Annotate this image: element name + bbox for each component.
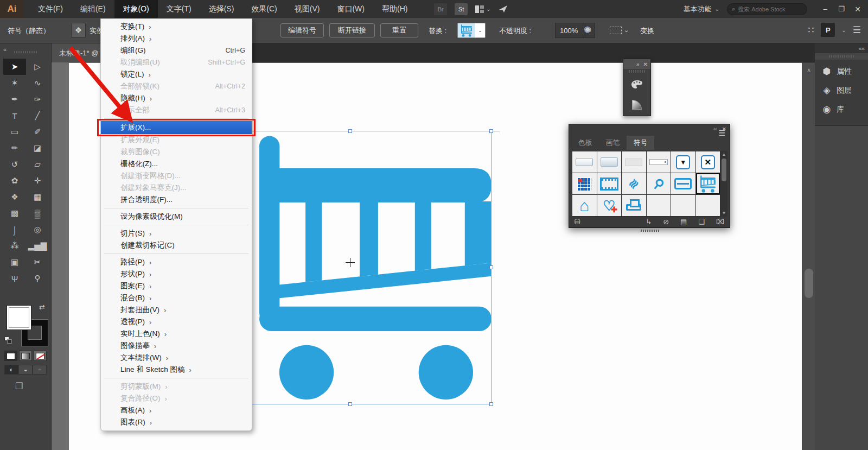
canvas-vertical-scrollbar[interactable]: ∧	[802, 62, 815, 450]
menu-item[interactable]: 设为像素级优化(M)	[101, 211, 252, 223]
menu-item[interactable]: 编组(G) Ctrl+G	[101, 45, 252, 56]
stock-icon[interactable]: St	[455, 3, 468, 15]
break-link-button[interactable]: 断开链接	[329, 23, 375, 37]
scale-tool[interactable]: ▱	[26, 156, 49, 173]
symbol-printer[interactable]	[622, 195, 646, 216]
symbols-panel-tab[interactable]: 符号	[627, 136, 654, 150]
stock-search-box[interactable]: ⌕	[727, 3, 807, 15]
scroll-down-icon[interactable]: ▼	[720, 211, 727, 216]
menu-item[interactable]: 隐藏(H) ›	[101, 92, 252, 104]
menubar-item[interactable]: 帮助(H)	[373, 0, 416, 18]
draw-normal-mode-button[interactable]: ◐	[4, 365, 18, 375]
menubar-item[interactable]: 对象(O)	[114, 0, 158, 18]
workspace-switcher[interactable]: 基本功能 ⌄	[684, 4, 719, 14]
draw-behind-mode-button[interactable]: ◒	[18, 365, 33, 375]
selection-handle-bottom[interactable]	[348, 402, 352, 406]
scroll-up-icon[interactable]: ∧	[802, 67, 815, 74]
direct-selection-tool[interactable]: ▷	[26, 59, 49, 75]
menubar-item[interactable]: 效果(C)	[242, 0, 285, 18]
menubar-item[interactable]: 窗口(W)	[328, 0, 373, 18]
symbols-scrollbar[interactable]: ▲ ▼	[720, 151, 727, 217]
line-segment-tool[interactable]: ╱	[26, 107, 49, 124]
menubar-item[interactable]: 文字(T)	[158, 0, 200, 18]
recolor-artwork-icon[interactable]: ✺	[584, 24, 591, 36]
menu-item[interactable]: 复合路径(O) ›	[101, 392, 252, 404]
gradient-mode-button[interactable]	[19, 351, 32, 361]
selection-tool[interactable]: ➤	[3, 59, 26, 75]
symbol-dropdown-button[interactable]: ▼	[671, 151, 695, 173]
place-symbol-icon[interactable]: ↳	[646, 218, 652, 226]
toolbar-collapse-icon[interactable]: «	[3, 46, 7, 53]
menu-item[interactable]: 排列(A) ›	[101, 33, 252, 45]
replace-symbol-dropdown[interactable]: ⌄	[457, 23, 486, 38]
menu-item[interactable]: 封套扭曲(V) ›	[101, 304, 252, 316]
break-symbol-link-icon[interactable]: ⊘	[663, 218, 669, 226]
zoom-tool[interactable]: ⚲	[26, 270, 49, 287]
menu-item[interactable]: 栅格化(Z)...	[101, 158, 252, 170]
menu-item[interactable]: 创建裁切标记(C)	[101, 239, 252, 251]
artboard-tool[interactable]: ▣	[3, 254, 26, 270]
symbol-magnifier[interactable]: ⚲	[647, 173, 671, 194]
menu-item[interactable]: 混合(B) ›	[101, 292, 252, 304]
menu-item[interactable]: 图案(E) ›	[101, 280, 252, 292]
dock-grip[interactable]	[829, 55, 854, 58]
symbols-panel-tab[interactable]: 色板	[571, 136, 599, 150]
symbols-panel-tab[interactable]: 画笔	[599, 136, 627, 150]
gradient-tool[interactable]: ▒	[26, 205, 49, 221]
collapse-panel-icon[interactable]: ‹‹	[713, 126, 717, 132]
perspective-grid-tool[interactable]: ▦	[26, 189, 49, 205]
selection-handle-bottom-right[interactable]	[489, 402, 493, 406]
symbol-shaded-button[interactable]	[597, 151, 622, 173]
shopping-cart-artwork[interactable]	[259, 135, 492, 402]
menu-item[interactable]: 取消编组(U) Shift+Ctrl+G	[101, 56, 252, 68]
reset-button[interactable]: 重置	[380, 23, 418, 37]
selection-handle-top-right[interactable]	[489, 129, 493, 133]
symbol-sprayer-tool[interactable]: ⁂	[3, 238, 26, 254]
menubar-item[interactable]: 选择(S)	[200, 0, 243, 18]
symbol-shopping-cart[interactable]	[696, 173, 720, 194]
pen-tool[interactable]: ✒	[3, 91, 26, 107]
menubar-item[interactable]: 编辑(E)	[72, 0, 114, 18]
menu-item[interactable]: 扩展外观(E)	[101, 134, 252, 146]
panel-menu-icon[interactable]: ☰	[718, 129, 725, 137]
menu-item[interactable]: 显示全部 Alt+Ctrl+3	[101, 104, 252, 116]
symbol-libraries-icon[interactable]: ⛁	[575, 218, 580, 226]
menu-item[interactable]: 拼合透明度(F)...	[101, 194, 252, 206]
menu-list-icon[interactable]: ☰	[853, 24, 861, 36]
properties-panel-toggle[interactable]: P	[821, 23, 835, 37]
menu-item[interactable]: Line 和 Sketch 图稿 ›	[101, 364, 252, 376]
mesh-tool[interactable]: ▩	[3, 205, 26, 221]
select-similar-icon[interactable]	[610, 27, 622, 34]
share-icon[interactable]	[499, 5, 508, 13]
menu-item[interactable]: 文本绕排(W) ›	[101, 352, 252, 364]
menubar-item[interactable]: 文件(F)	[29, 0, 72, 18]
color-mode-button[interactable]	[4, 351, 17, 361]
symbol-empty-2[interactable]	[671, 195, 695, 216]
menu-item[interactable]: 全部解锁(K) Alt+Ctrl+2	[101, 80, 252, 92]
panel-grip[interactable]	[629, 70, 645, 73]
color-panel-icon[interactable]	[623, 74, 650, 94]
menu-item[interactable]: 实时上色(N) ›	[101, 328, 252, 340]
blend-tool[interactable]: ◎	[26, 221, 49, 238]
minimize-button[interactable]: –	[817, 2, 833, 16]
scrollbar-thumb[interactable]	[805, 269, 813, 298]
arrange-documents-button[interactable]: ⌄	[475, 5, 490, 13]
menu-item[interactable]: 变换(T) ›	[101, 21, 252, 33]
symbol-blank-button[interactable]	[572, 151, 597, 173]
align-grid-icon[interactable]: ∷	[808, 24, 815, 36]
close-button[interactable]: ✕	[850, 2, 866, 16]
shaper-tool[interactable]: ✏	[3, 140, 26, 156]
slice-tool[interactable]: ✂	[26, 254, 49, 270]
edit-symbol-button[interactable]: 编辑符号	[280, 23, 324, 37]
symbol-close-button[interactable]: ✕	[696, 151, 720, 173]
layers[interactable]: ◈ 图层	[815, 81, 868, 100]
shape-builder-tool[interactable]: ❖	[3, 189, 26, 205]
chevron-down-icon[interactable]: ⌄	[624, 27, 629, 34]
menu-item[interactable]: 画板(A) ›	[101, 404, 252, 416]
menubar-item[interactable]: 视图(V)	[286, 0, 329, 18]
symbol-film-frame[interactable]	[597, 173, 622, 194]
symbol-credit-card[interactable]	[671, 173, 695, 194]
width-tool[interactable]: ✿	[3, 173, 26, 189]
menu-item[interactable]: 路径(P) ›	[101, 256, 252, 268]
screen-mode-button[interactable]: ❐	[15, 381, 23, 391]
